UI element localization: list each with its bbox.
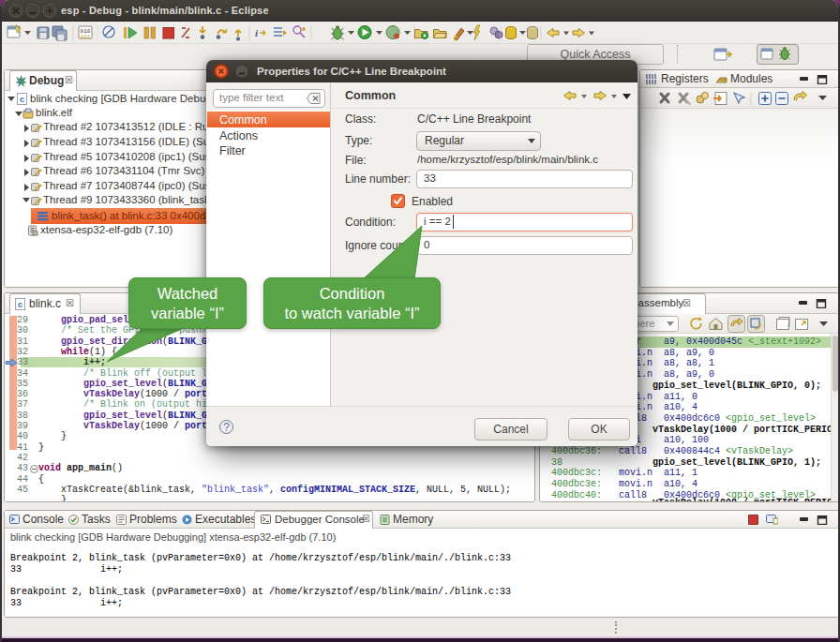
svg-text:c: c: [20, 95, 24, 104]
svg-text:c: c: [18, 300, 22, 309]
svg-text:101: 101: [81, 34, 91, 40]
svg-text:i: i: [255, 27, 259, 38]
